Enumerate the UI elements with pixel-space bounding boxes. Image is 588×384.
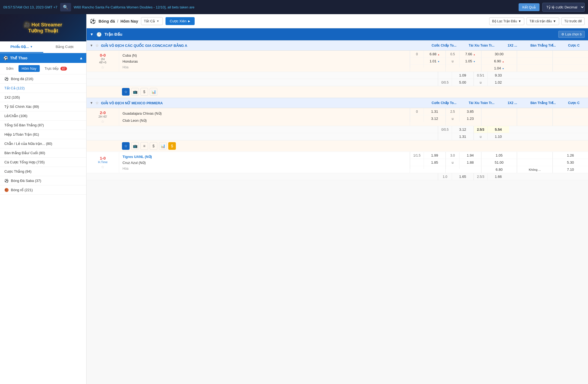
- ket-qua-button[interactable]: Kết Quả: [519, 3, 540, 11]
- nav-ban-thang-dau-cuoi[interactable]: Bàn thắng Đầu/ Cuối (80): [0, 148, 86, 158]
- odds3-draw[interactable]: [424, 166, 445, 169]
- cuoc-draw[interactable]: [553, 58, 588, 65]
- 1x2-draw[interactable]: 6.90: [481, 58, 517, 65]
- 1x2-away[interactable]: 1.04: [481, 65, 517, 72]
- tab-phieu-dat[interactable]: Phiếu Đặ... ▼: [0, 41, 43, 53]
- banthang2-draw[interactable]: [517, 117, 552, 126]
- cuoc2-draw[interactable]: [553, 117, 588, 126]
- bet-xien-button[interactable]: Cược Xiên ▶: [166, 17, 195, 25]
- subtab-tructiep[interactable]: Trực tiếp 87: [41, 65, 71, 72]
- 1x2-3-draw[interactable]: 51.00: [481, 159, 517, 166]
- m3-taixiu2-val[interactable]: 1.66: [487, 173, 509, 180]
- taixiu3-empty: [446, 166, 459, 169]
- taixiu-over[interactable]: 7.66: [459, 51, 481, 57]
- dollar-action2-icon[interactable]: $: [150, 142, 157, 150]
- odds3-away[interactable]: 1.85: [424, 159, 445, 166]
- taixiu2-under[interactable]: 1.23: [459, 115, 481, 122]
- banthang2-home[interactable]: [517, 108, 552, 117]
- subheader-collapse-icon[interactable]: ▼: [90, 32, 94, 36]
- nav-bongda-saba[interactable]: ⚽ Bóng Đá Saba (37): [0, 176, 86, 185]
- nav-cacuoc-tonghop[interactable]: Cá Cược Tổng Hợp (735): [0, 158, 86, 167]
- banthang-draw[interactable]: [517, 58, 552, 65]
- league-collapse-icon[interactable]: ▼: [90, 101, 93, 105]
- sidebar-section-header[interactable]: ⚽ Thể Thao ▲: [0, 53, 86, 63]
- m2-chap2-val[interactable]: 3.12: [452, 126, 473, 133]
- cuoc2-home[interactable]: [553, 108, 588, 117]
- nav-cuoc-thang[interactable]: Cược Thắng (94): [0, 167, 86, 176]
- content-area: ⚽ Bóng đá / Hôm Nay Tất Cả ▼ Cược Xiên ▶…: [87, 14, 588, 384]
- match-star-icon[interactable]: ☆: [101, 65, 105, 69]
- search-button[interactable]: 🔍: [60, 3, 71, 11]
- nav-bongro[interactable]: 🏀 Bóng rổ (221): [0, 185, 86, 195]
- banthang3-away[interactable]: Không ...: [517, 166, 552, 173]
- banthang-home[interactable]: [517, 51, 552, 58]
- cuoc3-away[interactable]: 7.10: [553, 166, 588, 173]
- stream-action2-icon[interactable]: ≡: [140, 142, 148, 150]
- taixiu3-over[interactable]: 1.94: [459, 152, 481, 159]
- subtab-homnay[interactable]: Hôm Nay: [19, 65, 40, 72]
- tab-bang-cuoc[interactable]: Bảng Cược: [43, 41, 87, 53]
- nav-tongsobanthang[interactable]: Tổng Số Bàn Thắng (87): [0, 121, 86, 130]
- odds-chap-draw[interactable]: [424, 65, 445, 68]
- taixiu3-val[interactable]: 1.02: [487, 79, 509, 86]
- m2-chap3-val[interactable]: 1.31: [452, 133, 473, 140]
- m2-taixiu2-val[interactable]: 5.54: [487, 126, 509, 133]
- taixiu-under[interactable]: 1.05: [459, 58, 481, 65]
- nav-chanle-nuatran[interactable]: Chẵn / Lẻ của Nữa trận... (80): [0, 139, 86, 148]
- nav-hiep1[interactable]: Hiệp 1/Toàn Trận (81): [0, 130, 86, 139]
- chart-action2-icon[interactable]: 📊: [159, 142, 167, 150]
- chap3-val[interactable]: 5.00: [452, 79, 473, 86]
- lua-chon-button[interactable]: ⚙ Lựa chọn b: [558, 31, 585, 38]
- odds2-chap-row1: 0 1.31: [410, 108, 445, 115]
- dollar-action-icon[interactable]: $: [140, 88, 148, 96]
- cuoc-home[interactable]: [553, 51, 588, 58]
- match2-star-icon[interactable]: ☆: [101, 119, 105, 124]
- 1x2-home[interactable]: 30.00: [481, 51, 517, 58]
- 1x2-2-home[interactable]: [481, 108, 517, 117]
- nav-tatca[interactable]: Tất Cả (122): [0, 84, 86, 93]
- tv-action-icon[interactable]: 📺: [131, 88, 139, 96]
- subtab-som[interactable]: Sớm: [3, 65, 17, 72]
- gold-dollar-icon[interactable]: $: [168, 142, 176, 150]
- nav-bongda[interactable]: ⚽ Bóng đá (216): [0, 74, 86, 84]
- nav-tysochinhxac[interactable]: Tỷ Số Chính Xác (89): [0, 102, 86, 111]
- banthang3-home[interactable]: [517, 152, 552, 159]
- star-action-icon[interactable]: ☆: [122, 88, 130, 96]
- league-collapse-icon[interactable]: ▼: [90, 44, 93, 47]
- odds2-home[interactable]: 1.31: [424, 108, 445, 115]
- 1x2-3-home[interactable]: 1.05: [481, 152, 517, 159]
- tat-ca-filter[interactable]: Tất Cả ▼: [141, 17, 163, 25]
- nav-tongsobanthang-label: Tổng Số Bàn Thắng (87): [4, 123, 44, 127]
- cuoc3-draw[interactable]: 5.30: [553, 159, 588, 166]
- odds-chap-home[interactable]: 6.88: [424, 51, 445, 57]
- m3-chap2-val[interactable]: 1.65: [452, 173, 473, 180]
- match3-star-icon[interactable]: ☆: [101, 165, 105, 169]
- odds3-home[interactable]: 1.99: [424, 152, 445, 159]
- odds-banthang-group: [517, 51, 552, 72]
- m2-chap3-hcap: [438, 133, 452, 140]
- league-star-icon[interactable]: ☆: [95, 43, 99, 48]
- cuoc-away[interactable]: [553, 65, 588, 72]
- m2-taixiu3-val[interactable]: 1.10: [487, 133, 509, 140]
- banthang-away[interactable]: [517, 65, 552, 72]
- taixiu2-val[interactable]: 9.33: [487, 72, 509, 79]
- 1x2-2-draw[interactable]: [481, 117, 517, 126]
- league-star-icon[interactable]: ☆: [95, 101, 99, 105]
- banthang3-draw[interactable]: [517, 159, 552, 166]
- odds-chap-away[interactable]: 1.01: [424, 58, 445, 65]
- nav-lechan[interactable]: Lẻ/Chẵn (106): [0, 111, 86, 121]
- tv-action2-icon[interactable]: 📺: [131, 142, 139, 150]
- 1x2-3-away[interactable]: 6.80: [481, 166, 517, 173]
- ty-le-select[interactable]: Tỷ lệ cước Decimal: [542, 3, 585, 12]
- bo-loc-tran-dau-dropdown[interactable]: Bộ Lọc Trận Đấu ▼: [489, 17, 524, 25]
- tat-ca-tran-dau-dropdown[interactable]: Tất cả trận đấu ▼: [526, 17, 559, 25]
- chart-action-icon[interactable]: 📊: [150, 88, 157, 96]
- tu-truoc-de-dropdown[interactable]: Từ trước đề: [561, 17, 585, 25]
- star-action2-icon[interactable]: ☆: [122, 142, 130, 150]
- odds2-away[interactable]: 3.12: [424, 115, 445, 122]
- taixiu2-over[interactable]: 3.85: [459, 108, 481, 115]
- taixiu3-under[interactable]: 1.88: [459, 159, 481, 166]
- nav-1x2[interactable]: 1X2 (105): [0, 93, 86, 102]
- chap2-val[interactable]: 1.09: [452, 72, 473, 79]
- cuoc3-home[interactable]: 1.26: [553, 152, 588, 159]
